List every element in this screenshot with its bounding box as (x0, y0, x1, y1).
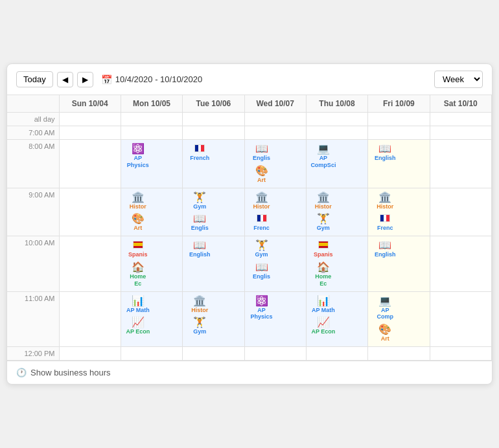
calendar-event[interactable]: 🏋️Gym (185, 191, 214, 212)
calendar-event[interactable]: Frenc (248, 212, 276, 233)
header-row: Sun 10/04 Mon 10/05 Tue 10/06 Wed 10/07 … (7, 95, 492, 113)
event-label: AP Econ (126, 328, 150, 335)
calendar-event[interactable]: ⚛️AP Physics (124, 142, 152, 170)
day-cell (368, 346, 430, 360)
today-button[interactable]: Today (16, 71, 53, 87)
day-cell (368, 113, 430, 126)
day-cell: 🏛️Histor🏋️Gym (183, 291, 244, 346)
calendar-event[interactable]: 🏛️Histor (124, 191, 152, 212)
day-cell (430, 126, 491, 140)
view-select[interactable]: Week Day Month (434, 71, 483, 88)
calendar-event[interactable]: 🏠Home Ec (309, 261, 338, 289)
calendar-event[interactable]: 📖Englis (248, 142, 276, 163)
event-icon: 🏋️ (193, 317, 206, 328)
event-label: Home Ec (126, 273, 150, 287)
header-sun: Sun 10/04 (59, 95, 121, 113)
calendar-event[interactable]: 🏠Home Ec (124, 261, 152, 289)
calendar-event[interactable]: ⚛️AP Physics (248, 295, 276, 322)
time-label: 9:00 AM (7, 188, 59, 236)
event-label: AP Comp (373, 307, 397, 321)
calendar-event[interactable]: 🎨Art (124, 212, 152, 233)
calendar-event[interactable]: 📖English (371, 142, 399, 163)
calendar-event[interactable]: 🎨Art (248, 164, 276, 185)
calendar-event[interactable]: 🎨Art (371, 323, 399, 344)
calendar-event[interactable]: 🏛️Histor (185, 295, 214, 315)
header-thu: Thu 10/08 (306, 95, 367, 113)
event-label: French (190, 155, 209, 162)
event-label: Histor (315, 203, 332, 210)
time-label: 8:00 AM (7, 140, 59, 188)
calendar-event[interactable]: Spanis (309, 239, 338, 260)
calendar-row: 12:00 PM (7, 346, 492, 360)
day-cell (59, 113, 121, 126)
event-label: Gym (193, 203, 206, 210)
event-label: AP Math (312, 307, 335, 314)
calendar-row: all day (7, 113, 492, 126)
event-icon: 📖 (193, 240, 206, 251)
event-icon: 📖 (378, 240, 391, 251)
day-cell (430, 140, 491, 188)
calendar-container: Today ◀ ▶ 📅 10/4/2020 - 10/10/2020 Week … (6, 63, 493, 385)
calendar-event[interactable]: 🏛️Histor (309, 191, 338, 212)
day-cell (306, 346, 367, 360)
day-cell: 🏛️HistorFrenc (244, 188, 306, 236)
day-cell (59, 236, 121, 291)
calendar-event[interactable]: 📖Englis (248, 261, 276, 282)
event-icon: 📖 (255, 262, 268, 273)
event-icon: 🏋️ (317, 214, 330, 224)
time-label: 11:00 AM (7, 291, 59, 346)
day-cell: 📖English (368, 140, 430, 188)
event-label: Englis (191, 225, 209, 232)
event-label: Frenc (253, 225, 270, 232)
calendar-event[interactable]: 📊AP Math (309, 295, 338, 315)
event-label: AP Physics (126, 155, 150, 169)
day-cell (183, 346, 244, 360)
event-icon (194, 144, 205, 154)
calendar-event[interactable]: 🏋️Gym (309, 212, 338, 233)
calendar-event[interactable]: 💻AP CompSci (309, 142, 338, 170)
date-range: 📅 10/4/2020 - 10/10/2020 (101, 74, 202, 85)
event-icon: 🏋️ (255, 240, 268, 251)
calendar-event[interactable]: 📖Englis (185, 212, 214, 233)
event-label: English (375, 155, 396, 162)
calendar-event[interactable]: French (185, 142, 214, 163)
event-icon: 🏛️ (317, 192, 330, 203)
calendar-event[interactable]: Spanis (124, 239, 152, 260)
day-cell: 🏛️Histor🎨Art (121, 188, 182, 236)
day-cell: ⚛️AP Physics (244, 291, 306, 346)
calendar-event[interactable]: 📖English (371, 239, 399, 260)
day-cell (183, 126, 244, 140)
event-icon: 📖 (193, 214, 206, 224)
event-icon: 📈 (132, 317, 145, 328)
event-icon: 🎨 (378, 324, 391, 335)
calendar-event[interactable]: 💻AP Comp (371, 295, 399, 322)
day-cell: 📖Englis🎨Art (244, 140, 306, 188)
event-icon: 🏛️ (193, 296, 206, 306)
calendar-event[interactable]: 🏋️Gym (185, 316, 214, 337)
calendar-event[interactable]: Frenc (371, 212, 399, 233)
day-cell: 💻AP Comp🎨Art (368, 291, 430, 346)
calendar-event[interactable]: 📖English (185, 239, 214, 260)
next-button[interactable]: ▶ (77, 72, 93, 87)
day-cell (306, 126, 367, 140)
calendar-event[interactable]: 📈AP Econ (309, 316, 338, 337)
header-tue: Tue 10/06 (183, 95, 244, 113)
calendar-event[interactable]: 🏋️Gym (248, 239, 276, 260)
event-label: Gym (255, 251, 268, 258)
event-icon: 📈 (317, 317, 330, 328)
event-icon (380, 214, 390, 224)
calendar-event[interactable]: 🏛️Histor (371, 191, 399, 212)
calendar-event[interactable]: 🏛️Histor (248, 191, 276, 212)
time-label: 12:00 PM (7, 346, 59, 360)
calendar-event[interactable]: 📈AP Econ (124, 316, 152, 337)
event-label: AP Physics (250, 307, 274, 321)
event-label: Art (133, 225, 142, 232)
prev-button[interactable]: ◀ (57, 72, 73, 87)
event-icon: 🏛️ (132, 192, 145, 203)
header-mon: Mon 10/05 (121, 95, 182, 113)
calendar-event[interactable]: 📊AP Math (124, 295, 152, 315)
event-icon: 🏛️ (255, 192, 268, 203)
event-label: Gym (317, 225, 330, 232)
day-cell (430, 291, 491, 346)
show-business-hours-button[interactable]: 🕐 Show business hours (7, 361, 492, 384)
